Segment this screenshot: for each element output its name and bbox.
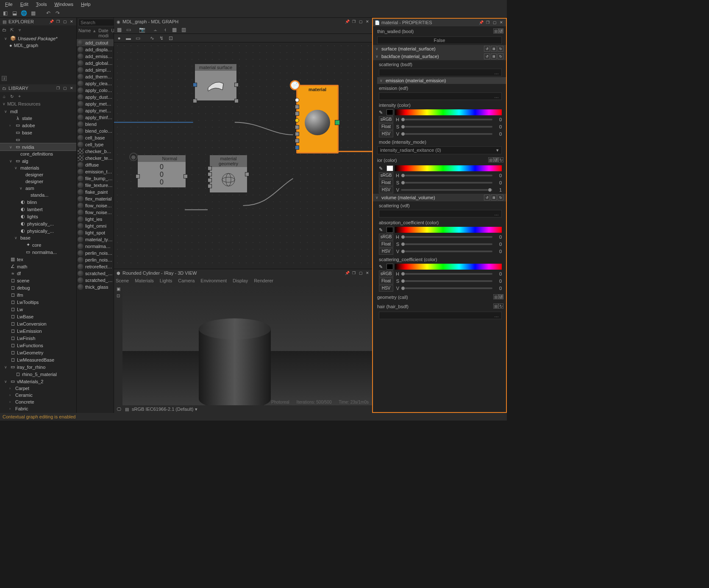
slider-track[interactable]	[401, 251, 492, 252]
view3d-tab[interactable]: Environment	[200, 278, 227, 283]
slider-track[interactable]	[401, 243, 492, 245]
package-icon[interactable]: ▦	[30, 10, 36, 17]
color-mode-button[interactable]: sRGB	[379, 172, 393, 179]
library-item[interactable]: add_cutout	[77, 39, 114, 46]
view3d-tab[interactable]: Camera	[178, 278, 195, 283]
eyedropper-icon[interactable]: ✎	[379, 166, 385, 171]
color-gradient[interactable]	[395, 109, 502, 115]
eyedropper-icon[interactable]: ✎	[379, 227, 385, 233]
colorspace-dropdown[interactable]: sRGB IEC61966-2.1 (Default) ▾	[132, 407, 197, 412]
library-tree-item[interactable]: ›Fabric	[0, 405, 76, 412]
port-in[interactable]	[295, 132, 299, 136]
revert-icon[interactable]: ↺	[484, 195, 490, 201]
link-icon[interactable]: ∿	[149, 35, 156, 42]
color-mode-button[interactable]: Float	[379, 179, 393, 186]
undo-icon[interactable]: ↶	[45, 10, 52, 17]
tree-icon[interactable]: ⇱	[9, 27, 14, 32]
maximize-icon[interactable]: ▢	[62, 85, 68, 91]
library-tree-item[interactable]: ∨asm	[0, 185, 76, 192]
library-tree-item[interactable]: ∨▭nvidia	[0, 143, 76, 150]
library-tree-item[interactable]: ›▭adobe	[0, 122, 76, 129]
port-out[interactable]	[234, 99, 239, 103]
explorer-package[interactable]: ∨📦 Unsaved Package*	[0, 35, 76, 42]
library-item[interactable]: perlin_noise_bump_text...	[77, 250, 114, 256]
port-in[interactable]	[208, 178, 212, 182]
library-tree-item[interactable]: ∨base	[0, 234, 76, 241]
section-volume[interactable]: ∨volume (material_volume) ↺⊞↻	[373, 194, 506, 201]
library-tree-item[interactable]: ◻LwBase	[0, 313, 76, 320]
restore-icon[interactable]: ❐	[485, 20, 491, 25]
port-in[interactable]	[295, 118, 299, 123]
home-icon[interactable]: ⌂	[2, 94, 7, 99]
eyedropper-icon[interactable]: ✎	[379, 264, 385, 270]
grid-icon[interactable]: ▦	[171, 26, 178, 33]
library-tree-item[interactable]: ◻LwFinish	[0, 334, 76, 342]
library-item[interactable]: blend_colors(color,colo...	[77, 128, 114, 134]
library-item[interactable]: light_ies	[77, 216, 114, 223]
library-tree-item[interactable]: ◐blinn	[0, 198, 76, 206]
node-normal[interactable]: ◎ Normal 000	[137, 155, 186, 188]
library-item[interactable]: add_globalbump	[77, 60, 114, 67]
library-item[interactable]: light_spot	[77, 229, 114, 236]
slider-track[interactable]	[401, 182, 492, 184]
restore-icon[interactable]: ❐	[351, 19, 357, 25]
port-in[interactable]	[295, 98, 299, 102]
library-item[interactable]: emission_type	[77, 168, 114, 175]
library-tree-item[interactable]: ›Ceramic	[0, 392, 76, 399]
library-item[interactable]: apply_metallicflakes	[77, 107, 114, 114]
library-item[interactable]: retroreflective	[77, 263, 114, 270]
portal-icon[interactable]: ⊡	[167, 35, 174, 42]
library-item[interactable]: diffuse	[77, 162, 114, 168]
camera-icon[interactable]: 📷	[139, 26, 145, 33]
library-tree-item[interactable]: ◐physically_...	[0, 227, 76, 234]
slider-track[interactable]	[401, 236, 492, 238]
filter-icon[interactable]: ▿	[17, 27, 22, 32]
slider-track[interactable]	[401, 280, 492, 282]
pin-icon[interactable]: 📌	[344, 270, 350, 276]
view3d-tab[interactable]: Materials	[135, 278, 154, 283]
color-swatch[interactable]	[386, 165, 393, 171]
library-tree-item[interactable]: ◻LwMeasuredBase	[0, 356, 76, 363]
color-swatch[interactable]	[386, 227, 393, 233]
node-material[interactable]: 📄 material	[296, 85, 339, 153]
library-tree-item[interactable]: ◻LwFunctions	[0, 342, 76, 349]
slider-track[interactable]	[401, 189, 492, 191]
library-item[interactable]: thick_glass	[77, 284, 114, 290]
revert-icon[interactable]: ↺	[484, 46, 490, 52]
distrib-icon[interactable]: ⫞	[161, 26, 168, 33]
expand-icon[interactable]: ▭	[134, 35, 141, 42]
port-in[interactable]	[295, 139, 299, 143]
library-item[interactable]: apply_thinfilm	[77, 114, 114, 121]
slider-track[interactable]	[401, 175, 492, 176]
library-tree-item[interactable]: ◐lights	[0, 213, 76, 220]
slider-track[interactable]	[401, 287, 492, 289]
library-tree-item[interactable]: ◻LwEmission	[0, 327, 76, 334]
port-in[interactable]	[208, 184, 212, 188]
library-tree-item[interactable]: ◐lambert	[0, 206, 76, 213]
library-item[interactable]: perlin_noise_texture(col...	[77, 256, 114, 263]
library-item[interactable]: flake_paint	[77, 189, 114, 195]
color-gradient[interactable]	[395, 264, 502, 270]
color-mode-button[interactable]: HSV	[379, 285, 393, 292]
port-in[interactable]	[136, 174, 140, 178]
restore-icon[interactable]: ❐	[55, 85, 61, 91]
library-tree-item[interactable]: ✦core	[0, 241, 76, 248]
close-icon[interactable]: ✕	[498, 20, 504, 25]
select-icon[interactable]: ▦	[116, 26, 122, 33]
info-icon[interactable]: 𝑖	[2, 76, 7, 81]
port-in[interactable]	[193, 99, 197, 103]
light-icon[interactable]: ⊡	[116, 293, 121, 298]
save-icon[interactable]: ⬓	[11, 10, 18, 17]
scattering-input[interactable]: …	[379, 69, 502, 76]
new-icon[interactable]: ◧	[2, 10, 8, 17]
library-tree-item[interactable]: core_definitions	[0, 150, 76, 157]
library-tree-item[interactable]: standa...	[0, 192, 76, 198]
port-out[interactable]	[335, 120, 340, 125]
menu-file[interactable]: FFileile	[2, 1, 16, 8]
pin-icon[interactable]: 📌	[344, 19, 350, 25]
reset-icon[interactable]: ↻	[498, 195, 503, 201]
menu-tools[interactable]: Tools	[33, 1, 50, 8]
slider-track[interactable]	[401, 133, 492, 135]
library-tree-item[interactable]: ∨▭vMaterials_2	[0, 378, 76, 385]
color-mode-button[interactable]: sRGB	[379, 116, 393, 123]
